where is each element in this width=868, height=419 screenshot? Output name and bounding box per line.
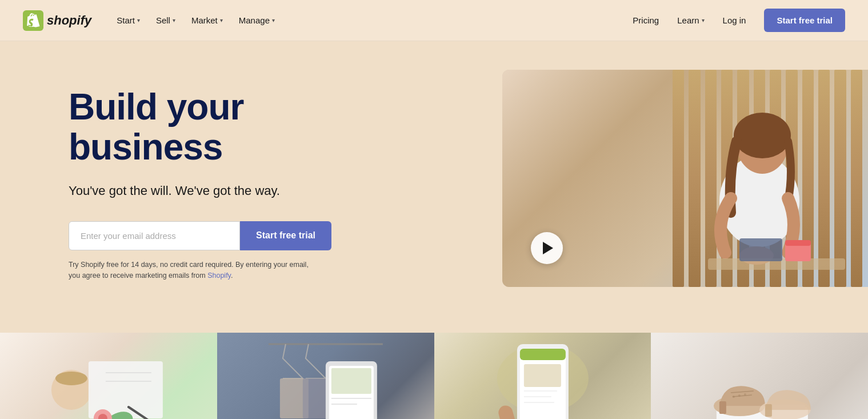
woman-figure-svg: [674, 87, 845, 287]
bottom-images-row: [0, 333, 868, 419]
navbar: shopify Start ▾ Sell ▾ Market ▾ Manage ▾…: [0, 0, 868, 41]
svg-point-10: [55, 372, 87, 385]
notebook-illustration: [0, 333, 217, 419]
email-input[interactable]: [69, 221, 240, 250]
shoes-image: [651, 333, 868, 419]
nav-market-chevron-icon: ▾: [220, 17, 223, 23]
nav-learn-chevron-icon: ▾: [702, 17, 705, 23]
svg-rect-32: [519, 349, 565, 360]
logo-link[interactable]: shopify: [23, 10, 91, 31]
svg-rect-24: [331, 368, 371, 394]
nav-item-start[interactable]: Start ▾: [110, 11, 147, 30]
nav-sell-chevron-icon: ▾: [173, 17, 175, 23]
nav-links-right: Pricing Learn ▾ Log in Start free trial: [623, 9, 845, 32]
hero-disclaimer: Try Shopify free for 14 days, no credit …: [69, 260, 309, 281]
shoes-illustration: [651, 333, 868, 419]
nav-manage-chevron-icon: ▾: [272, 17, 275, 23]
nav-login-link[interactable]: Log in: [714, 11, 755, 30]
tablet-illustration: [217, 333, 434, 419]
notebook-coffee-image: [0, 333, 217, 419]
shopify-logo-icon: [23, 10, 43, 31]
hero-start-trial-button[interactable]: Start free trial: [240, 221, 331, 250]
video-play-button[interactable]: [531, 232, 563, 264]
nav-item-sell[interactable]: Sell ▾: [149, 11, 182, 30]
nav-sell-label: Sell: [156, 15, 170, 25]
phone-shopify-image: [434, 333, 651, 419]
svg-rect-8: [739, 238, 782, 261]
nav-start-chevron-icon: ▾: [137, 17, 140, 23]
phone-bg: [434, 333, 651, 419]
email-form: Start free trial: [69, 221, 400, 250]
tablet-clothes-image: [217, 333, 434, 419]
svg-rect-33: [523, 364, 561, 387]
nav-item-market[interactable]: Market ▾: [185, 11, 230, 30]
shoes-bg: [651, 333, 868, 419]
notebook-bg: [0, 333, 217, 419]
hero-content: Build your business You've got the will.…: [69, 41, 400, 304]
nav-start-label: Start: [117, 15, 135, 25]
shopify-link[interactable]: Shopify: [207, 272, 231, 280]
phone-illustration: [434, 333, 651, 419]
svg-rect-47: [765, 404, 772, 417]
nav-start-trial-button[interactable]: Start free trial: [764, 9, 845, 32]
nav-item-manage[interactable]: Manage ▾: [232, 11, 282, 30]
tablet-bg: [217, 333, 434, 419]
nav-pricing-link[interactable]: Pricing: [623, 11, 668, 30]
hero-image-area: [400, 41, 868, 333]
svg-rect-7: [785, 240, 811, 246]
hero-section: Build your business You've got the will.…: [0, 41, 868, 333]
logo-text: shopify: [47, 13, 91, 28]
svg-point-3: [734, 113, 791, 158]
hero-title: Build your business: [69, 87, 400, 167]
nav-item-learn[interactable]: Learn ▾: [670, 11, 711, 30]
play-triangle-icon: [543, 242, 553, 254]
slat-12: [851, 70, 862, 287]
hero-main-image: [502, 70, 868, 287]
nav-market-label: Market: [191, 15, 218, 25]
nav-learn-label: Learn: [677, 15, 699, 25]
svg-rect-46: [719, 401, 726, 414]
nav-links-left: Start ▾ Sell ▾ Market ▾ Manage ▾: [110, 11, 623, 30]
nav-manage-label: Manage: [239, 15, 270, 25]
hero-subtitle: You've got the will. We've got the way.: [69, 183, 400, 198]
